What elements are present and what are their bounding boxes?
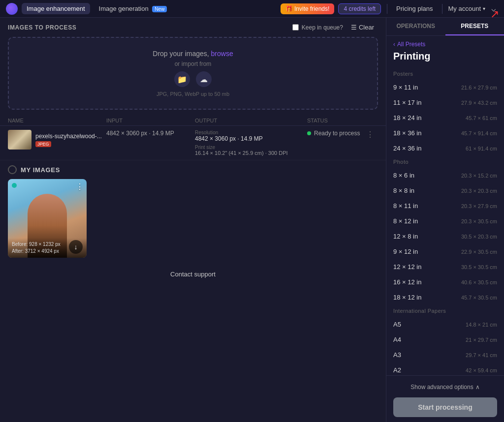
- file-list-header: Name Input Output Status: [0, 116, 386, 126]
- main-layout: IMAGES TO PROCESS Keep in queue? ☰ Clear…: [0, 18, 504, 422]
- preset-category-photo: Photo 8 × 6 in20.3 × 15.2 cm 8 × 8 in20.…: [386, 156, 504, 305]
- resolution-value: 4842 × 3060 px · 14.9 MP: [195, 135, 307, 142]
- contact-link[interactable]: Contact support: [167, 271, 219, 278]
- preset-item[interactable]: 12 × 8 in30.5 × 20.3 cm: [386, 229, 504, 244]
- preset-item[interactable]: 9 × 11 in21.6 × 27.9 cm: [386, 80, 504, 95]
- download-button[interactable]: ↓: [69, 240, 83, 254]
- file-menu-button[interactable]: ⋮: [366, 130, 378, 139]
- chevron-down-icon: ▾: [483, 6, 485, 11]
- preset-item[interactable]: 18 × 24 in45.7 × 61 cm: [386, 110, 504, 125]
- back-to-presets[interactable]: ‹ All Presets: [386, 36, 504, 50]
- tab-operations[interactable]: OPERATIONS: [386, 18, 445, 35]
- import-text: or import from: [21, 60, 365, 67]
- account-button[interactable]: My account ▾: [448, 5, 485, 12]
- contact-support: Contact support: [0, 263, 386, 286]
- right-panel-tabs: OPERATIONS PRESETS: [386, 18, 504, 36]
- file-status: Ready to process: [307, 130, 366, 137]
- right-panel: ↗ OPERATIONS PRESETS ‹ All Presets Print…: [386, 18, 504, 422]
- image-grid: ⋮ Before: 928 × 1232 px After: 3712 × 49…: [8, 179, 378, 258]
- file-thumbnail: [8, 130, 32, 150]
- preset-group-title: Printing: [386, 50, 504, 68]
- new-badge: New: [152, 6, 167, 12]
- clear-button[interactable]: ☰ Clear: [347, 23, 378, 32]
- file-input-dims: 4842 × 3060 px · 14.9 MP: [106, 130, 195, 137]
- card-overlay: ⋮: [73, 179, 87, 194]
- expand-button[interactable]: ⌵: [489, 4, 498, 13]
- section-title: IMAGES TO PROCESS: [8, 24, 288, 31]
- cloud-icon[interactable]: ☁: [196, 71, 212, 87]
- my-images-title: MY IMAGES: [21, 166, 60, 174]
- folder-icon[interactable]: 📁: [174, 71, 190, 87]
- preset-category-international: International papers A514.8 × 21 cm A421…: [386, 305, 504, 375]
- category-label: International papers: [386, 305, 504, 317]
- keep-queue-option: Keep in queue?: [292, 24, 343, 31]
- left-panel: IMAGES TO PROCESS Keep in queue? ☰ Clear…: [0, 18, 386, 422]
- drop-zone[interactable]: Drop your images, browse or import from …: [8, 37, 378, 110]
- preset-item[interactable]: 16 × 12 in40.6 × 30.5 cm: [386, 274, 504, 290]
- preset-item[interactable]: 8 × 12 in20.3 × 30.5 cm: [386, 213, 504, 229]
- app-logo: [6, 3, 18, 15]
- preset-item[interactable]: 18 × 12 in45.7 × 30.5 cm: [386, 290, 504, 305]
- drop-text: Drop your images, browse: [21, 50, 365, 58]
- category-label: Photo: [386, 156, 504, 168]
- card-menu-button[interactable]: ⋮: [76, 182, 84, 191]
- table-row: pexels-suzyhazelwood-... JPEG 4842 × 306…: [0, 126, 386, 160]
- chevron-left-icon: ‹: [393, 41, 395, 48]
- start-processing-button[interactable]: Start processing: [393, 397, 497, 417]
- bottom-bar: Show advanced options ∧ Start processing: [386, 375, 504, 422]
- preset-item[interactable]: A242 × 59.4 cm: [386, 362, 504, 375]
- top-nav: Image enhancement Image generation New 🎁…: [0, 0, 504, 18]
- teal-indicator: [12, 183, 17, 188]
- print-size: Print size 16.14 × 10.2" (41 × 25.9 cm) …: [195, 144, 307, 156]
- credits-badge: 4 credits left: [338, 3, 381, 14]
- format-info: JPG, PNG, WebP up to 50 mb: [21, 91, 365, 97]
- my-images-section: MY IMAGES ⋮ Before: 928 × 1232 px After:…: [0, 160, 386, 263]
- resolution-label: Resolution: [195, 130, 307, 135]
- preset-item[interactable]: 12 × 12 in30.5 × 30.5 cm: [386, 259, 504, 274]
- category-label: Posters: [386, 68, 504, 80]
- nav-tab-generation[interactable]: Image generation New: [94, 3, 172, 14]
- browse-link[interactable]: browse: [211, 50, 233, 58]
- lines-icon: ☰: [351, 24, 357, 31]
- presets-panel: ‹ All Presets Printing Posters 9 × 11 in…: [386, 36, 504, 375]
- preset-item[interactable]: 18 × 36 in45.7 × 91.4 cm: [386, 125, 504, 141]
- preset-category-posters: Posters 9 × 11 in21.6 × 27.9 cm 11 × 17 …: [386, 68, 504, 156]
- preset-item[interactable]: A421 × 29.7 cm: [386, 332, 504, 347]
- chevron-up-icon: ∧: [475, 384, 480, 391]
- pricing-link[interactable]: Pricing plans: [393, 5, 436, 12]
- preset-item[interactable]: 8 × 6 in20.3 × 15.2 cm: [386, 168, 504, 183]
- circle-checkbox[interactable]: [8, 165, 17, 174]
- preset-item[interactable]: A514.8 × 21 cm: [386, 317, 504, 332]
- file-thumb-name: pexels-suzyhazelwood-... JPEG: [8, 130, 106, 150]
- preset-item[interactable]: 11 × 17 in27.9 × 43.2 cm: [386, 95, 504, 110]
- tab-presets[interactable]: PRESETS: [445, 18, 504, 35]
- preset-item[interactable]: 8 × 11 in20.3 × 27.9 cm: [386, 198, 504, 213]
- advanced-options-toggle[interactable]: Show advanced options ∧: [393, 381, 497, 393]
- file-name: pexels-suzyhazelwood-...: [35, 133, 102, 140]
- preset-item[interactable]: 9 × 12 in22.9 × 30.5 cm: [386, 244, 504, 259]
- nav-tab-enhancement[interactable]: Image enhancement: [22, 3, 90, 14]
- invite-button[interactable]: 🎁 Invite friends!: [281, 3, 335, 14]
- preset-item[interactable]: 24 × 36 in61 × 91.4 cm: [386, 141, 504, 156]
- import-icons: 📁 ☁: [21, 71, 365, 87]
- status-indicator: [307, 131, 311, 135]
- image-card[interactable]: ⋮ Before: 928 × 1232 px After: 3712 × 49…: [8, 179, 87, 258]
- section-header: IMAGES TO PROCESS Keep in queue? ☰ Clear: [0, 18, 386, 37]
- my-images-heading: MY IMAGES: [8, 165, 378, 174]
- status-text: Ready to process: [314, 130, 360, 137]
- divider2: [442, 4, 442, 14]
- divider: [387, 4, 387, 14]
- file-output: Resolution 4842 × 3060 px · 14.9 MP Prin…: [195, 130, 307, 156]
- preset-item[interactable]: 8 × 8 in20.3 × 20.3 cm: [386, 183, 504, 198]
- preset-item[interactable]: A329.7 × 41 cm: [386, 347, 504, 362]
- keep-queue-checkbox[interactable]: [292, 24, 299, 30]
- file-type-badge: JPEG: [35, 141, 51, 147]
